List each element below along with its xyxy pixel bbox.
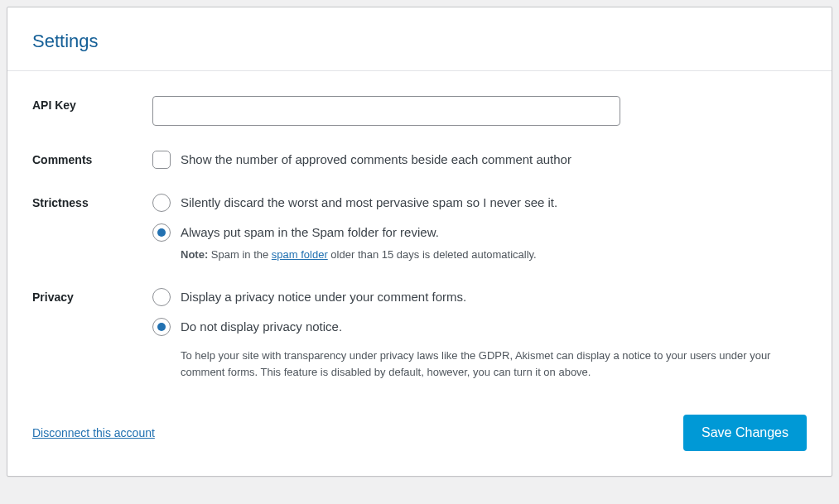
strictness-label: Strictness: [32, 194, 152, 209]
save-changes-button[interactable]: Save Changes: [683, 415, 807, 451]
settings-card: Settings API Key Comments Show the numbe…: [7, 7, 832, 477]
strictness-note: Note: Spam in the spam folder older than…: [181, 247, 537, 263]
comments-checkbox-label: Show the number of approved comments bes…: [181, 151, 571, 169]
strictness-option-discard: Silently discard the worst and most perv…: [152, 194, 807, 212]
strictness-radio-folder[interactable]: [152, 223, 171, 242]
spam-folder-link[interactable]: spam folder: [272, 248, 328, 261]
strictness-radio-discard[interactable]: [152, 194, 171, 212]
settings-body: API Key Comments Show the number of appr…: [7, 71, 832, 415]
privacy-radio-hide[interactable]: [152, 318, 171, 336]
privacy-option-hide: Do not display privacy notice.: [152, 318, 807, 336]
settings-footer: Disconnect this account Save Changes: [7, 415, 832, 476]
privacy-option-display: Display a privacy notice under your comm…: [152, 288, 807, 306]
page-title: Settings: [32, 31, 807, 52]
comments-checkbox[interactable]: [152, 151, 171, 169]
comments-label: Comments: [32, 151, 152, 166]
privacy-radio-hide-label: Do not display privacy notice.: [181, 318, 342, 336]
row-api-key: API Key: [32, 96, 807, 126]
privacy-help-text: To help your site with transparency unde…: [181, 348, 793, 382]
row-comments: Comments Show the number of approved com…: [32, 151, 807, 169]
row-privacy: Privacy Display a privacy notice under y…: [32, 288, 807, 382]
strictness-option-folder: Always put spam in the Spam folder for r…: [152, 223, 807, 263]
api-key-input[interactable]: [152, 96, 620, 126]
strictness-radio-discard-label: Silently discard the worst and most perv…: [181, 194, 557, 212]
privacy-label: Privacy: [32, 288, 152, 304]
row-strictness: Strictness Silently discard the worst an…: [32, 194, 807, 263]
comments-option: Show the number of approved comments bes…: [152, 151, 807, 169]
api-key-label: API Key: [32, 96, 152, 112]
disconnect-account-link[interactable]: Disconnect this account: [32, 426, 155, 439]
strictness-radio-folder-label: Always put spam in the Spam folder for r…: [181, 225, 439, 239]
privacy-radio-display-label: Display a privacy notice under your comm…: [181, 288, 466, 306]
settings-header: Settings: [7, 7, 832, 71]
privacy-radio-display[interactable]: [152, 288, 171, 306]
